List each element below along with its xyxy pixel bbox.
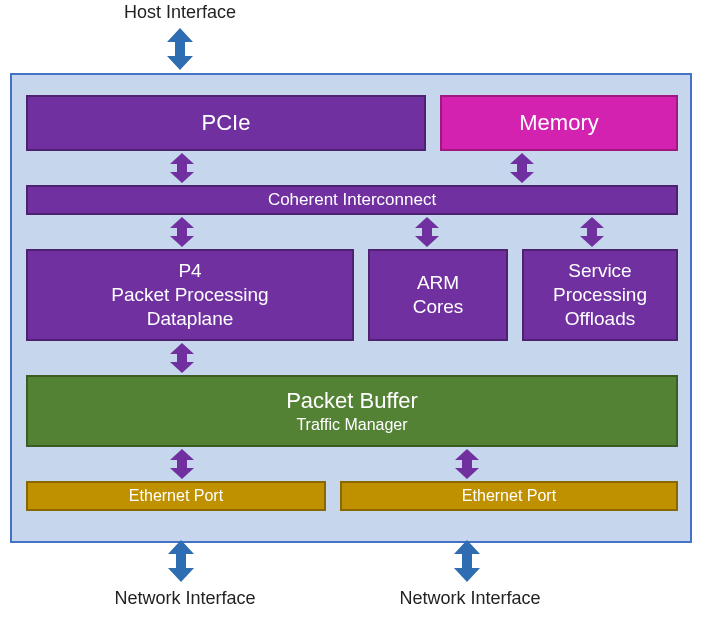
block-interconnect-label: Coherent Interconnect <box>268 189 436 210</box>
arrow-ic-arm <box>412 217 442 247</box>
block-pcie-label: PCIe <box>202 109 251 137</box>
block-memory-label: Memory <box>519 109 598 137</box>
label-network-left: Network Interface <box>100 588 270 609</box>
block-p4-dataplane: P4 Packet Processing Dataplane <box>26 249 354 341</box>
block-buffer-line2: Traffic Manager <box>296 415 407 435</box>
block-coherent-interconnect: Coherent Interconnect <box>26 185 678 215</box>
block-memory: Memory <box>440 95 678 151</box>
block-svc-line3: Offloads <box>565 307 635 331</box>
arrow-ic-service <box>577 217 607 247</box>
block-ethernet-port-left: Ethernet Port <box>26 481 326 511</box>
block-buffer-line1: Packet Buffer <box>286 387 418 415</box>
block-arm-cores: ARM Cores <box>368 249 508 341</box>
eth-right-label: Ethernet Port <box>462 486 556 506</box>
block-p4-line2: Packet Processing <box>111 283 268 307</box>
arrow-network-right <box>450 540 484 582</box>
arrow-pcie-interconnect <box>167 153 197 183</box>
block-p4-line3: Dataplane <box>147 307 234 331</box>
arrow-buffer-eth-left <box>167 449 197 479</box>
arrow-memory-interconnect <box>507 153 537 183</box>
arrow-ic-p4 <box>167 217 197 247</box>
block-p4-line1: P4 <box>178 259 201 283</box>
arrow-buffer-eth-right <box>452 449 482 479</box>
block-svc-line2: Processing <box>553 283 647 307</box>
block-ethernet-port-right: Ethernet Port <box>340 481 678 511</box>
arrow-network-left <box>164 540 198 582</box>
label-network-right: Network Interface <box>385 588 555 609</box>
arrow-p4-buffer <box>167 343 197 373</box>
chip-container: PCIe Memory Coherent Interconnect P4 <box>10 73 692 543</box>
block-packet-buffer: Packet Buffer Traffic Manager <box>26 375 678 447</box>
label-host-interface: Host Interface <box>110 2 250 23</box>
block-svc-line1: Service <box>568 259 631 283</box>
diagram-root: Host Interface PCIe Memory Coherent Inte… <box>0 0 702 621</box>
block-arm-line1: ARM <box>417 271 459 295</box>
block-arm-line2: Cores <box>413 295 464 319</box>
arrow-host-interface <box>163 28 197 70</box>
eth-left-label: Ethernet Port <box>129 486 223 506</box>
block-pcie: PCIe <box>26 95 426 151</box>
block-service-offloads: Service Processing Offloads <box>522 249 678 341</box>
